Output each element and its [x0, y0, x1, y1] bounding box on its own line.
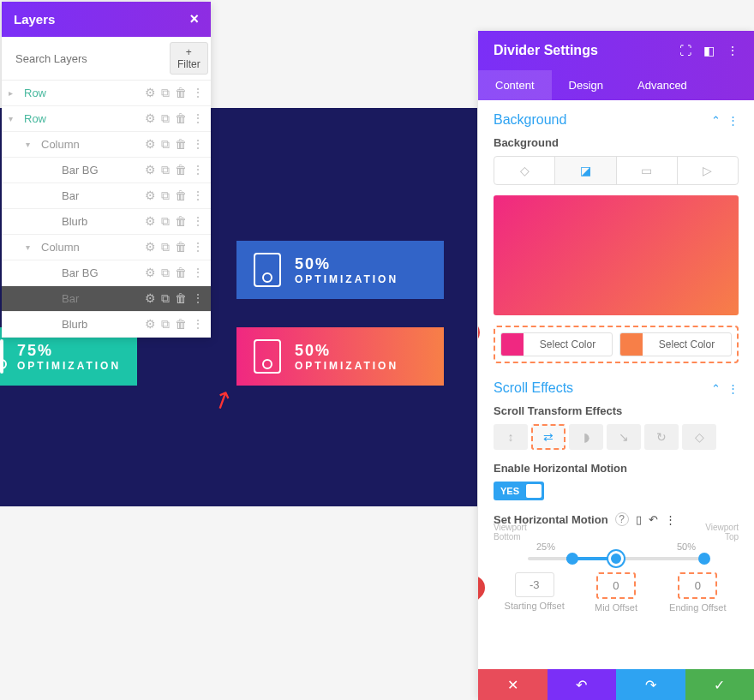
offset-input[interactable] — [596, 572, 636, 599]
trash-icon[interactable]: 🗑 — [175, 291, 187, 306]
cancel-button[interactable]: ✕ — [478, 669, 548, 700]
more-icon[interactable]: ⋮ — [192, 111, 204, 126]
toggle-horizontal[interactable]: YES — [494, 482, 544, 500]
layer-row[interactable]: Bar BG ⚙ ⧉ 🗑 ⋮ — [2, 260, 211, 286]
more-icon[interactable]: ⋮ — [727, 382, 739, 395]
expand-icon[interactable]: ▾ — [9, 114, 21, 123]
trash-icon[interactable]: 🗑 — [175, 240, 187, 254]
more-icon[interactable]: ⋮ — [192, 291, 204, 306]
gear-icon[interactable]: ⚙ — [145, 266, 156, 280]
redo-button[interactable]: ↷ — [616, 669, 685, 700]
layer-label: Bar — [58, 292, 145, 305]
more-icon[interactable]: ⋮ — [192, 266, 204, 280]
gear-icon[interactable]: ⚙ — [145, 214, 156, 229]
bg-video-icon[interactable]: ▷ — [678, 157, 738, 184]
close-icon[interactable]: × — [189, 10, 199, 28]
offset-col: Starting Offset — [494, 572, 575, 613]
scale-icon[interactable]: ↘ — [607, 424, 641, 450]
duplicate-icon[interactable]: ⧉ — [161, 163, 170, 177]
offset-input[interactable] — [678, 572, 717, 599]
slider-handle-end[interactable] — [698, 553, 710, 565]
bar-pink[interactable]: 50% OPTIMIZATION — [236, 327, 444, 386]
layer-row[interactable]: Blurb ⚙ ⧉ 🗑 ⋮ — [2, 312, 211, 338]
bg-image-icon[interactable]: ▭ — [617, 157, 678, 184]
gear-icon[interactable]: ⚙ — [145, 240, 156, 254]
slider-track[interactable] — [528, 557, 704, 560]
layer-row[interactable]: Blurb ⚙ ⧉ 🗑 ⋮ — [2, 209, 211, 235]
layer-row[interactable]: Bar ⚙ ⧉ 🗑 ⋮ — [2, 286, 211, 312]
duplicate-icon[interactable]: ⧉ — [161, 111, 170, 126]
blur-icon[interactable]: ◗ — [569, 424, 603, 450]
more-icon[interactable]: ⋮ — [192, 163, 204, 177]
settings-panel: Divider Settings ⛶ ◧ ⋮ Content Design Ad… — [478, 31, 754, 700]
expand-icon[interactable]: ▸ — [9, 88, 21, 98]
scroll-sub: Scroll Transform Effects — [494, 404, 739, 417]
trash-icon[interactable]: 🗑 — [175, 214, 187, 229]
vertical-icon[interactable]: ↕ — [494, 424, 528, 450]
layers-panel: Layers × + Filter ▸ Row ⚙ ⧉ 🗑 ⋮ ▾ Row ⚙ … — [2, 2, 211, 338]
duplicate-icon[interactable]: ⧉ — [161, 137, 170, 152]
select-color-1[interactable]: Select Color — [500, 332, 613, 356]
more-icon[interactable]: ⋮ — [192, 240, 204, 254]
offset-input[interactable] — [515, 572, 554, 597]
rotate-icon[interactable]: ↻ — [644, 424, 679, 450]
section-scroll[interactable]: Scroll Effects ⌃⋮ — [494, 380, 739, 396]
layer-row[interactable]: Bar ⚙ ⧉ 🗑 ⋮ — [2, 183, 211, 209]
layer-row[interactable]: ▾ Column ⚙ ⧉ 🗑 ⋮ — [2, 235, 211, 260]
gear-icon[interactable]: ⚙ — [145, 137, 156, 152]
more-icon[interactable]: ⋮ — [727, 44, 739, 57]
duplicate-icon[interactable]: ⧉ — [161, 266, 170, 280]
duplicate-icon[interactable]: ⧉ — [161, 86, 170, 100]
more-icon[interactable]: ⋮ — [192, 137, 204, 152]
layer-row[interactable]: ▾ Row ⚙ ⧉ 🗑 ⋮ — [2, 106, 211, 132]
duplicate-icon[interactable]: ⧉ — [161, 240, 170, 254]
gear-icon[interactable]: ⚙ — [145, 291, 156, 306]
expand-icon[interactable]: ▾ — [26, 140, 38, 149]
trash-icon[interactable]: 🗑 — [175, 137, 187, 152]
layer-row[interactable]: ▾ Column ⚙ ⧉ 🗑 ⋮ — [2, 132, 211, 158]
slider-handle-start[interactable] — [566, 553, 578, 565]
more-icon[interactable]: ⋮ — [192, 86, 204, 100]
more-icon[interactable]: ⋮ — [192, 317, 204, 332]
duplicate-icon[interactable]: ⧉ — [161, 317, 170, 332]
gear-icon[interactable]: ⚙ — [145, 111, 156, 126]
section-background[interactable]: Background ⌃⋮ — [494, 112, 739, 128]
more-icon[interactable]: ⋮ — [192, 188, 204, 203]
collapse-icon[interactable]: ⌃ — [711, 114, 721, 127]
gear-icon[interactable]: ⚙ — [145, 163, 156, 177]
bg-gradient-icon[interactable]: ◪ — [555, 157, 616, 184]
tab-advanced[interactable]: Advanced — [620, 70, 704, 100]
bar-blue[interactable]: 50% OPTIMIZATION — [236, 241, 444, 299]
collapse-icon[interactable]: ⌃ — [711, 382, 721, 395]
trash-icon[interactable]: 🗑 — [175, 86, 187, 100]
duplicate-icon[interactable]: ⧉ — [161, 214, 170, 229]
slider-handle-mid[interactable] — [608, 551, 624, 566]
layer-row[interactable]: ▸ Row ⚙ ⧉ 🗑 ⋮ — [2, 81, 211, 106]
trash-icon[interactable]: 🗑 — [175, 188, 187, 203]
tab-content[interactable]: Content — [478, 70, 552, 100]
trash-icon[interactable]: 🗑 — [175, 111, 187, 126]
panel-icon[interactable]: ◧ — [703, 44, 715, 57]
undo-button[interactable]: ↶ — [548, 669, 617, 700]
trash-icon[interactable]: 🗑 — [175, 317, 187, 332]
more-icon[interactable]: ⋮ — [727, 114, 739, 127]
select-color-2[interactable]: Select Color — [619, 332, 732, 356]
expand-icon[interactable]: ⛶ — [679, 44, 691, 57]
layer-row[interactable]: Bar BG ⚙ ⧉ 🗑 ⋮ — [2, 158, 211, 183]
gear-icon[interactable]: ⚙ — [145, 317, 156, 332]
confirm-button[interactable]: ✓ — [685, 669, 755, 700]
gear-icon[interactable]: ⚙ — [145, 86, 156, 100]
fade-icon[interactable]: ◇ — [682, 424, 716, 450]
bg-color-icon[interactable]: ◇ — [494, 157, 555, 184]
duplicate-icon[interactable]: ⧉ — [161, 291, 170, 306]
filter-button[interactable]: + Filter — [170, 42, 208, 75]
gear-icon[interactable]: ⚙ — [145, 188, 156, 203]
trash-icon[interactable]: 🗑 — [175, 163, 187, 177]
horizontal-icon[interactable]: ⇄ — [531, 424, 566, 450]
more-icon[interactable]: ⋮ — [192, 214, 204, 229]
duplicate-icon[interactable]: ⧉ — [161, 188, 170, 203]
search-input[interactable] — [10, 47, 165, 70]
trash-icon[interactable]: 🗑 — [175, 266, 187, 280]
expand-icon[interactable]: ▾ — [26, 242, 38, 252]
tab-design[interactable]: Design — [552, 70, 620, 100]
